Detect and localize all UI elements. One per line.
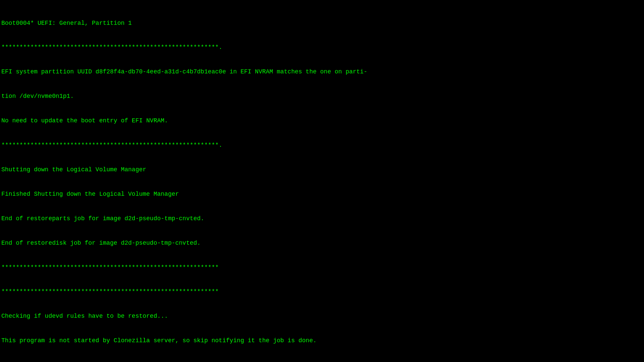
terminal-line: Checking if udevd rules have to be resto… bbox=[1, 312, 643, 320]
terminal-line: No need to update the boot entry of EFI … bbox=[1, 117, 643, 125]
terminal-line: tion /dev/nvme0n1p1. bbox=[1, 92, 643, 100]
terminal-line: ****************************************… bbox=[1, 43, 643, 51]
terminal-line: ****************************************… bbox=[1, 141, 643, 149]
terminal-line: End of restoredisk job for image d2d-pse… bbox=[1, 239, 643, 247]
terminal-line: Finished Shutting down the Logical Volum… bbox=[1, 190, 643, 198]
terminal-line: ****************************************… bbox=[1, 288, 643, 296]
terminal-line: Shutting down the Logical Volume Manager bbox=[1, 166, 643, 174]
terminal-line: End of restoreparts job for image d2d-ps… bbox=[1, 215, 643, 223]
terminal-line: This program is not started by Clonezill… bbox=[1, 337, 643, 345]
terminal-line: ****************************************… bbox=[1, 263, 643, 272]
terminal-line: EFI system partition UUID d8f28f4a-db70-… bbox=[1, 68, 643, 76]
terminal-line: Boot0004* UEFI: General, Partition 1 bbox=[1, 19, 643, 27]
terminal-output: Boot0004* UEFI: General, Partition 1 ***… bbox=[1, 3, 643, 359]
